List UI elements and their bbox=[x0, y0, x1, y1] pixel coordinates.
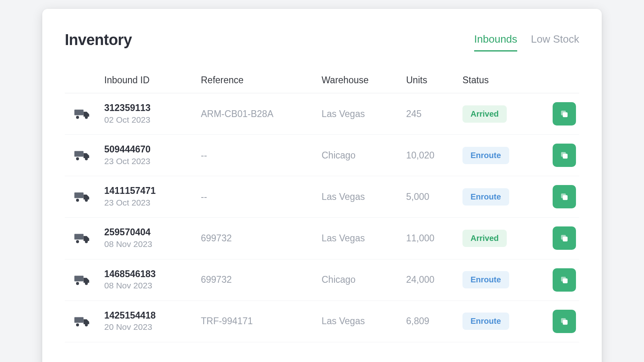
svg-rect-25 bbox=[74, 317, 84, 323]
copy-icon bbox=[559, 316, 570, 327]
inbounds-table: Inbound ID Reference Warehouse Units Sta… bbox=[65, 71, 579, 342]
status-badge: Enroute bbox=[462, 271, 509, 288]
inbound-id: 312359113 bbox=[104, 102, 194, 114]
svg-point-26 bbox=[76, 323, 79, 326]
status-badge: Arrived bbox=[462, 105, 507, 123]
units-cell: 245 bbox=[403, 93, 459, 135]
reference-cell: TRF-994171 bbox=[198, 300, 318, 342]
svg-point-12 bbox=[85, 199, 88, 202]
inbound-date: 23 Oct 2023 bbox=[104, 155, 194, 167]
table-header-row: Inbound ID Reference Warehouse Units Sta… bbox=[65, 71, 579, 93]
inbound-date: 20 Nov 2023 bbox=[104, 321, 194, 333]
table-row: 1411157471 23 Oct 2023 -- Las Vegas 5,00… bbox=[65, 176, 579, 218]
table-row: 259570404 08 Nov 2023 699732 Las Vegas 1… bbox=[65, 218, 579, 259]
header: Inventory Inbounds Low Stock bbox=[65, 31, 579, 51]
svg-point-1 bbox=[76, 116, 79, 119]
svg-point-6 bbox=[76, 157, 79, 160]
inbound-id: 1411157471 bbox=[104, 185, 194, 197]
svg-rect-24 bbox=[561, 277, 566, 282]
tab-inbounds[interactable]: Inbounds bbox=[474, 33, 517, 51]
table-row: 509444670 23 Oct 2023 -- Chicago 10,020 … bbox=[65, 135, 579, 176]
warehouse-cell: Las Vegas bbox=[318, 218, 403, 259]
inbound-id: 259570404 bbox=[104, 226, 194, 238]
reference-cell: 699732 bbox=[198, 259, 318, 300]
col-header-units: Units bbox=[403, 71, 459, 93]
svg-point-17 bbox=[85, 241, 88, 243]
svg-point-7 bbox=[85, 157, 88, 160]
tab-low-stock[interactable]: Low Stock bbox=[531, 33, 579, 51]
col-header-warehouse: Warehouse bbox=[318, 71, 403, 93]
table-row: 312359113 02 Oct 2023 ARM-CB01-B28A Las … bbox=[65, 93, 579, 135]
copy-button[interactable] bbox=[553, 185, 576, 208]
svg-rect-0 bbox=[74, 110, 84, 115]
svg-point-16 bbox=[76, 241, 79, 243]
svg-rect-5 bbox=[74, 151, 84, 157]
truck-icon bbox=[68, 191, 98, 203]
status-badge: Enroute bbox=[462, 313, 509, 330]
copy-button[interactable] bbox=[553, 144, 576, 167]
reference-cell: -- bbox=[198, 135, 318, 176]
copy-icon bbox=[559, 275, 570, 285]
warehouse-cell: Chicago bbox=[318, 259, 403, 300]
inbound-date: 02 Oct 2023 bbox=[104, 114, 194, 125]
warehouse-cell: Las Vegas bbox=[318, 300, 403, 342]
warehouse-cell: Las Vegas bbox=[318, 176, 403, 218]
truck-icon bbox=[68, 149, 98, 161]
units-cell: 5,000 bbox=[403, 176, 459, 218]
col-header-status: Status bbox=[459, 71, 532, 93]
table-row: 1425154418 20 Nov 2023 TRF-994171 Las Ve… bbox=[65, 300, 579, 342]
reference-cell: ARM-CB01-B28A bbox=[198, 93, 318, 135]
svg-rect-19 bbox=[561, 235, 566, 240]
copy-button[interactable] bbox=[553, 226, 576, 250]
svg-point-2 bbox=[85, 116, 88, 119]
truck-icon bbox=[68, 274, 98, 286]
copy-icon bbox=[559, 109, 570, 119]
inbound-id: 1468546183 bbox=[104, 268, 194, 280]
copy-button[interactable] bbox=[553, 310, 576, 333]
inbound-id: 509444670 bbox=[104, 144, 194, 155]
copy-button[interactable] bbox=[553, 268, 576, 292]
svg-rect-20 bbox=[74, 276, 84, 281]
reference-cell: 699732 bbox=[198, 218, 318, 259]
copy-icon bbox=[559, 191, 570, 202]
inbound-date: 08 Nov 2023 bbox=[104, 280, 194, 291]
truck-icon bbox=[68, 315, 98, 327]
page-title: Inventory bbox=[65, 31, 132, 49]
svg-rect-29 bbox=[561, 318, 566, 323]
units-cell: 11,000 bbox=[403, 218, 459, 259]
svg-rect-14 bbox=[561, 193, 566, 198]
col-header-reference: Reference bbox=[198, 71, 318, 93]
units-cell: 24,000 bbox=[403, 259, 459, 300]
tabs: Inbounds Low Stock bbox=[474, 31, 579, 51]
warehouse-cell: Chicago bbox=[318, 135, 403, 176]
svg-rect-10 bbox=[74, 193, 84, 198]
copy-icon bbox=[559, 233, 570, 243]
svg-point-27 bbox=[85, 323, 88, 326]
units-cell: 10,020 bbox=[403, 135, 459, 176]
col-header-id: Inbound ID bbox=[101, 71, 198, 93]
svg-rect-4 bbox=[561, 111, 566, 115]
status-badge: Enroute bbox=[462, 188, 509, 206]
svg-point-22 bbox=[85, 282, 88, 285]
truck-icon bbox=[68, 108, 98, 120]
truck-icon bbox=[68, 232, 98, 244]
inventory-card: Inventory Inbounds Low Stock Inbound ID … bbox=[42, 9, 602, 362]
warehouse-cell: Las Vegas bbox=[318, 93, 403, 135]
copy-button[interactable] bbox=[553, 102, 576, 125]
svg-point-21 bbox=[76, 282, 79, 285]
units-cell: 6,809 bbox=[403, 300, 459, 342]
status-badge: Enroute bbox=[462, 147, 509, 164]
reference-cell: -- bbox=[198, 176, 318, 218]
svg-rect-15 bbox=[74, 234, 84, 240]
inbound-date: 23 Oct 2023 bbox=[104, 197, 194, 208]
inbound-id: 1425154418 bbox=[104, 310, 194, 321]
copy-icon bbox=[559, 150, 570, 160]
svg-point-11 bbox=[76, 199, 79, 202]
svg-rect-9 bbox=[561, 152, 566, 157]
table-row: 1468546183 08 Nov 2023 699732 Chicago 24… bbox=[65, 259, 579, 300]
inbound-date: 08 Nov 2023 bbox=[104, 238, 194, 250]
status-badge: Arrived bbox=[462, 230, 507, 247]
